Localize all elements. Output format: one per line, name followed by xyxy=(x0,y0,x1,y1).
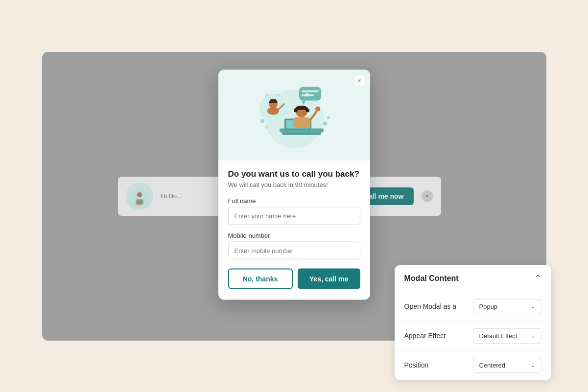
position-value: Centered xyxy=(479,362,505,369)
svg-rect-5 xyxy=(299,87,321,100)
chevron-down-icon-3: ⌄ xyxy=(531,362,535,369)
full-name-label: Full name xyxy=(228,197,360,204)
banner-body: Do... xyxy=(168,192,182,200)
position-select[interactable]: Centered ⌄ xyxy=(473,358,541,373)
position-label: Position xyxy=(404,361,429,369)
modal-actions: No, thanks Yes, call me xyxy=(228,268,360,289)
chevron-down-icon-2: ⌄ xyxy=(531,333,535,339)
svg-point-28 xyxy=(260,119,264,123)
settings-row-open-modal: Open Modal as a Popup ⌄ xyxy=(395,292,551,322)
full-name-input[interactable] xyxy=(228,207,360,225)
settings-row-position: Position Centered ⌄ xyxy=(395,351,551,380)
banner-heading: Hi xyxy=(161,192,167,200)
svg-point-27 xyxy=(327,116,330,119)
svg-point-29 xyxy=(265,126,268,129)
settings-panel: Modal Content ⌃ Open Modal as a Popup ⌄ … xyxy=(395,265,551,380)
open-modal-value: Popup xyxy=(479,303,498,310)
svg-point-25 xyxy=(315,106,320,111)
modal-subtitle: We will call you back in 90 minutes! xyxy=(228,181,360,188)
modal-close-button[interactable]: × xyxy=(353,74,365,86)
banner-close-button[interactable]: × xyxy=(422,190,433,202)
svg-rect-18 xyxy=(282,132,321,135)
modal-body: Do you want us to call you back? We will… xyxy=(218,160,370,300)
mobile-label: Mobile number xyxy=(228,231,360,239)
svg-point-26 xyxy=(323,121,327,125)
svg-rect-3 xyxy=(137,200,142,204)
svg-point-24 xyxy=(306,108,309,112)
modal-illustration: ? ? xyxy=(253,74,336,155)
settings-collapse-button[interactable]: ⌃ xyxy=(534,273,541,284)
svg-rect-22 xyxy=(293,117,310,128)
modal-title: Do you want us to call you back? xyxy=(228,169,360,179)
appear-effect-value: Default Effect xyxy=(479,332,517,340)
settings-row-appear-effect: Appear Effect Default Effect ⌄ xyxy=(395,322,551,351)
mobile-input[interactable] xyxy=(228,241,360,259)
modal-popup: ? ? xyxy=(218,69,370,300)
open-modal-label: Open Modal as a xyxy=(404,302,457,310)
banner-thumbnail xyxy=(126,183,153,210)
svg-text:?: ? xyxy=(306,92,309,97)
yes-call-me-button[interactable]: Yes, call me xyxy=(298,268,360,289)
modal-image-area: ? ? xyxy=(218,69,370,160)
svg-point-1 xyxy=(137,192,142,197)
settings-title: Modal Content xyxy=(404,274,459,283)
background-container: Hi Do... Call me now × ? ? xyxy=(42,52,546,341)
appear-effect-select[interactable]: Default Effect ⌄ xyxy=(473,328,541,344)
chevron-down-icon: ⌄ xyxy=(531,303,535,310)
settings-header: Modal Content ⌃ xyxy=(395,265,551,292)
appear-effect-label: Appear Effect xyxy=(404,332,446,340)
open-modal-select[interactable]: Popup ⌄ xyxy=(473,299,541,314)
svg-rect-7 xyxy=(302,90,319,92)
no-thanks-button[interactable]: No, thanks xyxy=(228,268,293,289)
svg-point-15 xyxy=(267,107,279,115)
svg-point-23 xyxy=(294,108,298,112)
